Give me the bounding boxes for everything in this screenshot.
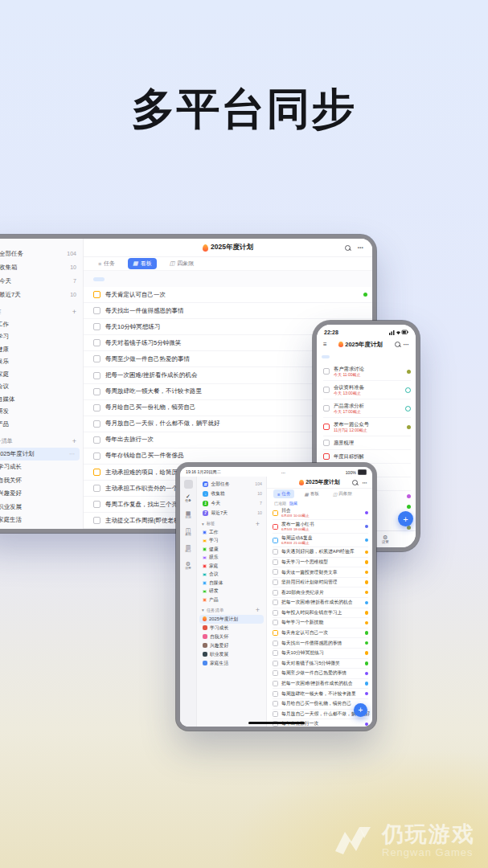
task-row[interactable]: 会议资料准备 今天 13:00截止: [323, 381, 411, 399]
task-checkbox[interactable]: [273, 681, 278, 686]
sidebar-list-item[interactable]: 兴趣爱好: [199, 641, 264, 650]
task-row[interactable]: 每年学习一个新技能: [273, 618, 368, 628]
task-checkbox[interactable]: [93, 339, 100, 346]
task-checkbox[interactable]: [273, 670, 278, 676]
group-chip[interactable]: [344, 355, 352, 358]
sidebar-tag-item[interactable]: 研发: [197, 588, 266, 596]
avatar[interactable]: [184, 480, 193, 489]
view-tab[interactable]: ◫ 四象限: [165, 258, 199, 269]
task-row[interactable]: 把每一次困难/挫折看作成长的机会: [273, 679, 368, 690]
sidebar-list-item[interactable]: 学习成长: [199, 624, 264, 633]
task-row[interactable]: 每天遇到好问题，积累进API经验库: [273, 547, 368, 558]
task-checkbox[interactable]: [273, 620, 278, 625]
task-checkbox[interactable]: [273, 538, 278, 543]
sidebar-tag-item[interactable]: 产品: [197, 596, 266, 604]
task-row[interactable]: 每天肯定认可自己一次: [273, 628, 368, 639]
task-checkbox[interactable]: [93, 388, 100, 395]
sidebar-list-item[interactable]: 学习成长: [0, 461, 80, 474]
add-tag-button[interactable]: +: [72, 308, 76, 316]
group-chip[interactable]: [355, 355, 363, 358]
add-list-button[interactable]: +: [72, 437, 76, 445]
task-checkbox[interactable]: [93, 404, 100, 411]
sidebar-tag-item[interactable]: 工作: [197, 528, 266, 537]
sidebar-tag-item[interactable]: 家庭: [197, 562, 266, 571]
view-tab[interactable]: ≡ 任务: [273, 489, 294, 498]
lists-section-header[interactable]: ▾ 任务清单 +: [0, 435, 83, 448]
search-icon[interactable]: [395, 342, 400, 347]
task-row[interactable]: 年度目标拆解: [323, 450, 411, 464]
task-checkbox[interactable]: [93, 485, 100, 492]
task-row[interactable]: 每天学习一个思维模型: [273, 558, 368, 568]
sidebar-list-item[interactable]: 家庭生活: [0, 514, 80, 527]
task-row[interactable]: 坚持用日程计划做时间管理: [273, 578, 368, 588]
rail-item[interactable]: ⚙ 设置: [185, 561, 191, 578]
group-chip[interactable]: [378, 355, 386, 358]
task-checkbox[interactable]: [93, 452, 100, 460]
group-chip[interactable]: [125, 277, 137, 281]
rail-item[interactable]: ✓ 任务: [185, 493, 191, 510]
sidebar-tag-item[interactable]: 研发: [0, 406, 83, 419]
view-tab[interactable]: ◫ 四象限: [329, 489, 356, 498]
task-row[interactable]: 每天肯定认可自己一次: [84, 287, 372, 303]
bottom-bar-item[interactable]: ⚙ 设置: [382, 534, 389, 545]
task-row[interactable]: 每周至少做一件自己热爱的事情: [273, 669, 368, 679]
sidebar-list-item[interactable]: 职业发展: [0, 501, 80, 514]
task-checkbox[interactable]: [93, 291, 100, 298]
sidebar-nav-item[interactable]: ▦ 全部任务 104: [197, 479, 266, 489]
sidebar-nav-item[interactable]: 1 今天 7: [197, 498, 266, 508]
task-checkbox[interactable]: [323, 440, 330, 446]
sidebar-nav-item[interactable]: ▦ 全部任务 104: [0, 247, 83, 260]
task-checkbox[interactable]: [323, 453, 330, 460]
sidebar-nav-item[interactable]: 7 最近7天 10: [197, 508, 266, 518]
task-checkbox[interactable]: [93, 372, 100, 379]
task-row[interactable]: 看20部商业类纪录片: [273, 588, 368, 598]
task-checkbox[interactable]: [93, 323, 100, 330]
hamburger-menu-icon[interactable]: ≡: [323, 341, 327, 348]
task-checkbox[interactable]: [93, 517, 100, 524]
task-checkbox[interactable]: [323, 387, 330, 393]
task-checkbox[interactable]: [93, 469, 100, 476]
sidebar-nav-item[interactable]: 1 今天 7: [0, 274, 83, 288]
sidebar-list-item[interactable]: 2025年度计划 ⋯: [0, 448, 80, 461]
more-icon[interactable]: ⋯: [358, 244, 365, 252]
task-checkbox[interactable]: [273, 610, 278, 616]
task-checkbox[interactable]: [273, 569, 278, 575]
task-checkbox[interactable]: [273, 600, 278, 605]
search-icon[interactable]: [352, 480, 358, 485]
add-task-fab[interactable]: +: [398, 511, 413, 526]
task-checkbox[interactable]: [273, 641, 278, 646]
sidebar-tag-item[interactable]: 娱乐: [197, 554, 266, 563]
group-chip[interactable]: [333, 355, 341, 358]
view-tab[interactable]: ≡ 任务: [93, 258, 120, 269]
view-tab[interactable]: ▦ 看板: [300, 489, 322, 498]
more-icon[interactable]: ⋯: [404, 342, 410, 348]
group-chip[interactable]: [367, 355, 375, 358]
group-chip[interactable]: [141, 277, 153, 281]
task-checkbox[interactable]: [323, 405, 330, 411]
task-checkbox[interactable]: [273, 661, 278, 666]
task-row[interactable]: 把每一次困难/挫折看作成长的机会: [273, 598, 368, 608]
group-action-link[interactable]: 隐藏: [289, 501, 297, 506]
sidebar-tag-item[interactable]: 娱乐: [0, 356, 83, 369]
sidebar-tag-item[interactable]: 学习: [197, 537, 266, 546]
add-tag-button[interactable]: +: [256, 520, 260, 528]
sidebar-nav-item[interactable]: ↓ 收集箱 10: [0, 260, 83, 274]
sidebar-list-item[interactable]: 自我关怀: [0, 474, 80, 488]
task-checkbox[interactable]: [93, 355, 100, 362]
sidebar-list-item[interactable]: 兴趣爱好: [0, 487, 80, 501]
rail-item[interactable]: ▦ 日历: [185, 510, 191, 527]
task-checkbox[interactable]: [273, 510, 278, 516]
task-row[interactable]: 发布一篇公众号 11月7日 12:00截止: [323, 418, 411, 436]
task-checkbox[interactable]: [273, 559, 278, 565]
task-checkbox[interactable]: [93, 307, 100, 314]
tags-section-header[interactable]: ▾ 标签 +: [197, 519, 266, 528]
sidebar-list-item[interactable]: 2025年度计划: [199, 615, 264, 624]
group-chip[interactable]: [158, 277, 169, 281]
sidebar-tag-item[interactable]: 家庭: [0, 368, 83, 381]
task-row[interactable]: 每天对着镜子练习5分钟微笑: [273, 659, 368, 669]
rail-item[interactable]: ◫ 象限: [185, 527, 191, 544]
task-checkbox[interactable]: [93, 501, 100, 508]
group-chip[interactable]: [109, 277, 121, 281]
sidebar-list-item[interactable]: 家庭生活: [199, 659, 264, 668]
task-checkbox[interactable]: [93, 420, 100, 428]
